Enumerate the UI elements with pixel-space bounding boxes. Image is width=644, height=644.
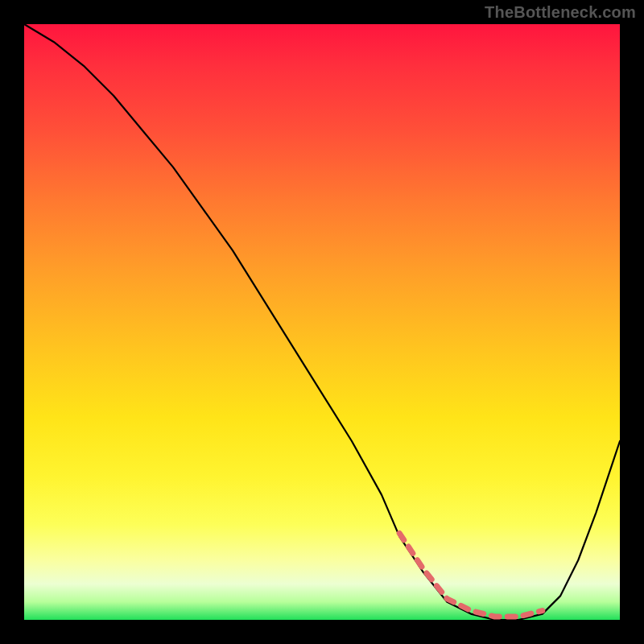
watermark-text: TheBottleneck.com xyxy=(485,3,636,22)
chart-frame: TheBottleneck.com xyxy=(0,0,644,644)
plot-area xyxy=(24,24,620,620)
bottleneck-curve-line xyxy=(24,24,620,620)
optimal-range-marker xyxy=(399,533,543,617)
chart-svg xyxy=(24,24,620,620)
